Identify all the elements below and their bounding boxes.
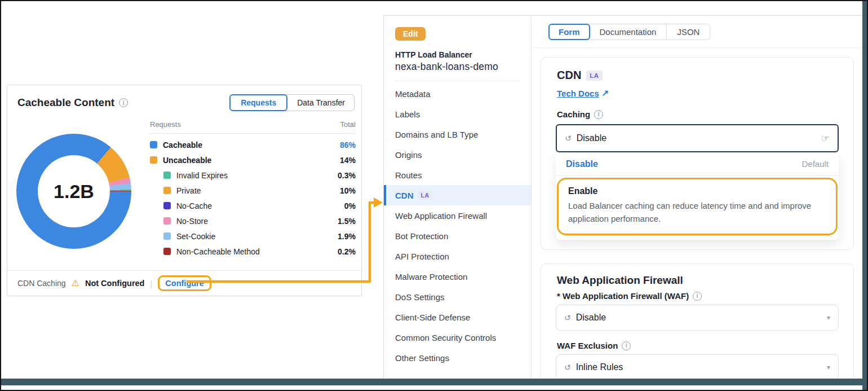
reset-icon: ↺: [564, 363, 571, 372]
caching-label-row: Caching i: [557, 109, 603, 119]
caching-dropdown: Disable Default Enable Load Balancer cac…: [556, 152, 839, 240]
lb-name: nexa-bank-loans-demo: [395, 61, 520, 73]
legend-label: Invalid Expires: [176, 171, 332, 180]
legend-row-no-cache: No-Cache 0%: [150, 198, 356, 213]
caching-select[interactable]: ↺ Disable ☞: [556, 124, 839, 152]
legend-swatch: [163, 202, 171, 209]
legend-label: Private: [176, 186, 334, 195]
legend-row-no-store: No-Store 1.5%: [150, 213, 356, 229]
legend-value: 14%: [340, 156, 356, 165]
option-enable-description: Load Balancer caching can reduce latency…: [568, 199, 822, 226]
sidebar-item-waf[interactable]: Web Application Firewall: [384, 205, 531, 226]
footer-divider: |: [150, 279, 152, 288]
sidebar-item-api-protection[interactable]: API Protection: [384, 246, 531, 266]
legend-value: 1.9%: [338, 232, 356, 241]
legend-row-uncacheable: Uncacheable 14%: [150, 152, 356, 168]
tab-form[interactable]: Form: [548, 24, 590, 40]
waf-exclusion-select[interactable]: ↺ Inline Rules ▾: [556, 354, 839, 380]
option-disable[interactable]: Disable Default: [556, 152, 839, 176]
legend-swatch: [163, 248, 171, 255]
sidebar-item-metadata[interactable]: Metadata: [384, 84, 531, 104]
sidebar-item-domains-lb-type[interactable]: Domains and LB Type: [384, 124, 531, 144]
sidebar-item-routes[interactable]: Routes: [384, 165, 531, 185]
legend-value: 86%: [340, 140, 356, 150]
option-enable-highlight-box[interactable]: Enable Load Balancer caching can reduce …: [557, 178, 838, 235]
sidebar-item-client-side-defense[interactable]: Client-Side Defense: [384, 307, 531, 327]
cdn-section-title: CDN: [557, 69, 581, 82]
window-bottom-edge: [1, 379, 867, 385]
load-balancer-config-panel: Edit HTTP Load Balancer nexa-bank-loans-…: [383, 15, 863, 384]
legend-row-private: Private 10%: [150, 183, 356, 198]
legend-rows: Cacheable 86% Uncacheable 14% Invalid Ex…: [150, 134, 356, 259]
legend-table: Requests Total Cacheable 86% Uncacheable…: [150, 120, 356, 259]
donut-hole: 1.2B: [38, 155, 110, 227]
sidebar-item-common-security-controls[interactable]: Common Security Controls: [384, 327, 531, 348]
toggle-data-transfer-button[interactable]: Data Transfer: [285, 94, 355, 111]
legend-value: 1.5%: [338, 217, 356, 226]
legend-swatch: [163, 187, 171, 194]
legend-swatch: [163, 172, 171, 179]
waf-exclusion-label-row: WAF Exclusion i: [557, 341, 631, 350]
waf-select-value: Disable: [576, 313, 606, 323]
legend-row-set-cookie: Set-Cookie 1.9%: [150, 229, 356, 244]
option-disable-label: Disable: [566, 159, 598, 169]
sidebar-item-dos-settings[interactable]: DoS Settings: [384, 287, 531, 307]
cdn-form-card: CDN LA Tech Docs ↗ Caching i ↺ Disable ☞: [541, 57, 854, 250]
legend-label: Set-Cookie: [176, 232, 332, 241]
lb-type-label: HTTP Load Balancer: [395, 50, 520, 59]
sidebar-item-labels[interactable]: Labels: [384, 104, 531, 124]
waf-label: * Web Application Firewall (WAF): [557, 291, 689, 301]
legend-label: No-Store: [176, 217, 332, 226]
edit-button[interactable]: Edit: [395, 27, 426, 41]
legend-value: 10%: [340, 186, 356, 195]
sidebar-item-origins[interactable]: Origins: [384, 144, 531, 165]
la-badge: LA: [418, 191, 432, 200]
sidebar-item-bot-protection[interactable]: Bot Protection: [384, 226, 531, 246]
legend-row-cacheable: Cacheable 86%: [150, 137, 356, 152]
column-header-requests: Requests: [150, 120, 181, 129]
card-title: Cacheable Content: [17, 96, 114, 109]
sidebar-item-cdn[interactable]: CDN LA: [384, 185, 531, 205]
info-icon[interactable]: i: [594, 110, 603, 119]
window-right-edge: [862, 1, 867, 390]
waf-select[interactable]: ↺ Disable ▾: [556, 305, 839, 331]
toggle-requests-button[interactable]: Requests: [229, 94, 287, 111]
legend-swatch: [163, 232, 171, 240]
caching-label: Caching: [557, 109, 590, 119]
card-footer: CDN Caching ⚠ Not Configured | Configure: [7, 270, 361, 296]
tabs-row: Form Documentation JSON: [532, 16, 863, 40]
sidebar: Edit HTTP Load Balancer nexa-bank-loans-…: [384, 16, 532, 383]
sidebar-header: Edit HTTP Load Balancer nexa-bank-loans-…: [384, 16, 531, 81]
waf-exclusion-label: WAF Exclusion: [557, 341, 618, 350]
requests-data-toggle: Requests Data Transfer: [229, 94, 355, 111]
waf-exclusion-select-value: Inline Rules: [576, 362, 623, 372]
configure-link[interactable]: Configure: [165, 279, 203, 288]
configure-highlight-box: Configure: [158, 275, 211, 291]
chevron-down-icon: ▾: [827, 314, 830, 322]
waf-section-title: Web Application Firewall: [557, 274, 683, 287]
legend-row-invalid-expires: Invalid Expires 0.3%: [150, 168, 356, 183]
reset-icon: ↺: [565, 134, 572, 143]
cacheable-content-card: Cacheable Content i Requests Data Transf…: [7, 85, 362, 296]
info-icon[interactable]: i: [693, 292, 702, 301]
info-icon[interactable]: i: [622, 341, 631, 350]
caching-select-value: Disable: [577, 133, 606, 143]
option-enable-label: Enable: [568, 186, 826, 196]
hand-cursor-icon: ☞: [821, 133, 830, 144]
legend-value: 0.3%: [338, 171, 356, 180]
info-icon[interactable]: i: [119, 98, 128, 107]
legend-swatch: [163, 217, 171, 225]
sidebar-item-other-settings[interactable]: Other Settings: [384, 348, 531, 368]
tab-documentation[interactable]: Documentation: [590, 24, 667, 39]
tech-docs-link[interactable]: Tech Docs ↗: [557, 88, 609, 98]
tab-json[interactable]: JSON: [666, 24, 710, 39]
cdn-section-header: CDN LA: [557, 69, 603, 82]
legend-label: Non-Cacheable Method: [176, 247, 332, 256]
sidebar-menu: Metadata Labels Domains and LB Type Orig…: [384, 84, 531, 368]
legend-label: Cacheable: [163, 140, 334, 150]
tech-docs-label: Tech Docs: [557, 89, 599, 98]
waf-form-card: Web Application Firewall * Web Applicati…: [541, 263, 854, 384]
legend-table-header: Requests Total: [150, 120, 356, 134]
reset-icon: ↺: [564, 313, 571, 322]
sidebar-item-malware-protection[interactable]: Malware Protection: [384, 266, 531, 287]
